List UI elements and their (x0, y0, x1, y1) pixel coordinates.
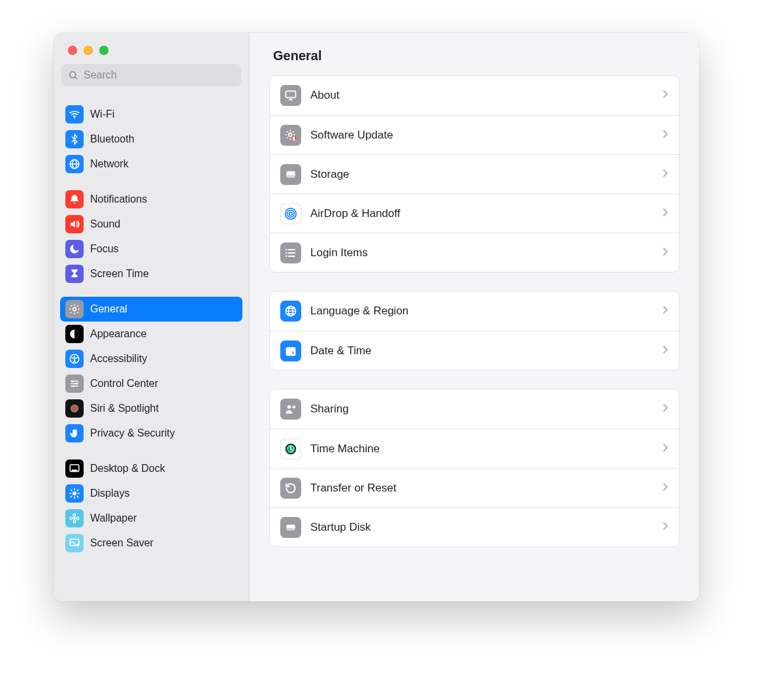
settings-row-storage[interactable]: Storage (270, 154, 679, 193)
clock-arrow-icon (280, 439, 301, 459)
svg-point-12 (71, 405, 78, 412)
chevron-right-icon (662, 521, 668, 534)
search-input[interactable] (82, 69, 235, 82)
chevron-right-icon (662, 129, 668, 142)
globe-icon (280, 301, 301, 322)
screensaver-icon (65, 534, 84, 552)
settings-row-transfer-reset[interactable]: Transfer or Reset (270, 468, 679, 507)
chevron-right-icon (662, 89, 668, 102)
svg-point-15 (73, 491, 76, 495)
settings-row-about[interactable]: About (270, 76, 679, 115)
calendar-clock-icon (280, 341, 301, 361)
sidebar-item-label: Displays (90, 488, 129, 499)
minimize-window-button[interactable] (84, 46, 93, 55)
brightness-icon (65, 484, 84, 503)
close-window-button[interactable] (68, 46, 77, 55)
siri-icon (65, 399, 84, 418)
svg-point-39 (287, 405, 291, 408)
svg-point-32 (286, 252, 287, 253)
gear-badge-icon: 1 (280, 125, 301, 146)
settings-row-login-items[interactable]: Login Items (270, 233, 679, 272)
sidebar-item-network[interactable]: Network (60, 152, 242, 176)
sidebar-search[interactable] (61, 64, 241, 86)
startup-disk-icon (280, 517, 301, 538)
sidebar-item-label: Wi-Fi (90, 108, 114, 120)
chevron-right-icon (662, 168, 668, 181)
svg-point-23 (289, 133, 292, 136)
chevron-right-icon (662, 207, 668, 220)
settings-row-language-region[interactable]: Language & Region (270, 291, 679, 331)
bluetooth-icon (65, 130, 84, 148)
settings-section: SharingTime MachineTransfer or ResetStar… (269, 389, 679, 547)
sidebar-item-privacy-and-security[interactable]: Privacy & Security (60, 421, 242, 446)
settings-row-label: Language & Region (310, 305, 653, 318)
settings-row-label: About (310, 89, 653, 102)
sidebar-item-screen-time[interactable]: Screen Time (60, 261, 242, 286)
sidebar-item-wallpaper[interactable]: Wallpaper (60, 506, 242, 531)
display-icon (280, 85, 301, 106)
sidebar-item-label: Network (90, 158, 129, 170)
settings-row-time-machine[interactable]: Time Machine (270, 429, 679, 468)
sidebar-item-displays[interactable]: Displays (60, 481, 242, 506)
svg-text:1: 1 (293, 137, 295, 141)
settings-row-date-time[interactable]: Date & Time (270, 331, 679, 370)
sidebar-item-label: Bluetooth (90, 133, 135, 145)
sidebar-item-label: Focus (90, 243, 119, 255)
svg-point-29 (287, 210, 295, 217)
sidebar-item-control-center[interactable]: Control Center (60, 371, 242, 396)
chevron-right-icon (662, 482, 668, 495)
svg-point-18 (73, 520, 76, 523)
settings-row-label: Startup Disk (310, 521, 653, 534)
settings-row-label: Date & Time (310, 344, 653, 357)
main-header: General (250, 33, 699, 70)
settings-row-sharing[interactable]: Sharing (270, 390, 679, 429)
switches-icon (65, 374, 84, 393)
svg-point-16 (73, 517, 76, 520)
svg-point-44 (293, 529, 294, 530)
sidebar-item-screen-saver[interactable]: Screen Saver (60, 531, 242, 556)
settings-row-label: Software Update (310, 129, 653, 142)
svg-point-5 (73, 308, 76, 311)
sidebar-item-notifications[interactable]: Notifications (60, 187, 242, 212)
sidebar-group: NotificationsSoundFocusScreen Time (60, 187, 242, 286)
settings-section: Language & RegionDate & Time (269, 291, 679, 371)
sidebar-item-label: General (90, 303, 127, 315)
sidebar-item-wifi[interactable]: Wi-Fi (60, 102, 242, 127)
sidebar-group: Wi-FiBluetoothNetwork (60, 102, 242, 176)
main-pane: General About1Software UpdateStorageAirD… (250, 33, 699, 601)
settings-row-startup-disk[interactable]: Startup Disk (270, 507, 679, 546)
sidebar-item-appearance[interactable]: Appearance (60, 322, 242, 346)
svg-rect-22 (286, 91, 296, 97)
page-title: General (273, 48, 679, 63)
settings-row-airdrop-handoff[interactable]: AirDrop & Handoff (270, 193, 679, 233)
svg-rect-27 (286, 174, 295, 177)
sidebar-item-label: Sound (90, 218, 120, 230)
reset-icon (280, 478, 301, 499)
sidebar-item-focus[interactable]: Focus (60, 237, 242, 261)
sidebar-item-label: Wallpaper (90, 512, 137, 524)
settings-window: Wi-FiBluetoothNetworkNotificationsSoundF… (54, 33, 699, 601)
sidebar-item-label: Screen Time (90, 268, 149, 280)
svg-point-33 (286, 255, 287, 256)
sidebar-item-label: Accessibility (90, 353, 147, 365)
sidebar-group: GeneralAppearanceAccessibilityControl Ce… (60, 297, 242, 446)
sidebar-search-wrap (54, 64, 249, 93)
settings-row-software-update[interactable]: 1Software Update (270, 115, 679, 154)
main-body: About1Software UpdateStorageAirDrop & Ha… (250, 70, 699, 560)
svg-rect-37 (286, 347, 296, 350)
chevron-right-icon (662, 246, 668, 259)
settings-row-label: Sharing (310, 403, 653, 416)
sidebar: Wi-FiBluetoothNetworkNotificationsSoundF… (54, 33, 250, 601)
svg-point-8 (74, 356, 75, 357)
sidebar-item-sound[interactable]: Sound (60, 212, 242, 237)
svg-point-2 (74, 117, 75, 118)
sidebar-item-bluetooth[interactable]: Bluetooth (60, 127, 242, 152)
hourglass-icon (65, 265, 84, 283)
sidebar-item-siri-and-spotlight[interactable]: Siri & Spotlight (60, 396, 242, 421)
sidebar-item-label: Privacy & Security (90, 427, 175, 439)
svg-line-1 (75, 77, 77, 79)
zoom-window-button[interactable] (99, 46, 108, 55)
sidebar-item-general[interactable]: General (60, 297, 242, 322)
sidebar-item-desktop-and-dock[interactable]: Desktop & Dock (60, 456, 242, 481)
sidebar-item-accessibility[interactable]: Accessibility (60, 346, 242, 371)
